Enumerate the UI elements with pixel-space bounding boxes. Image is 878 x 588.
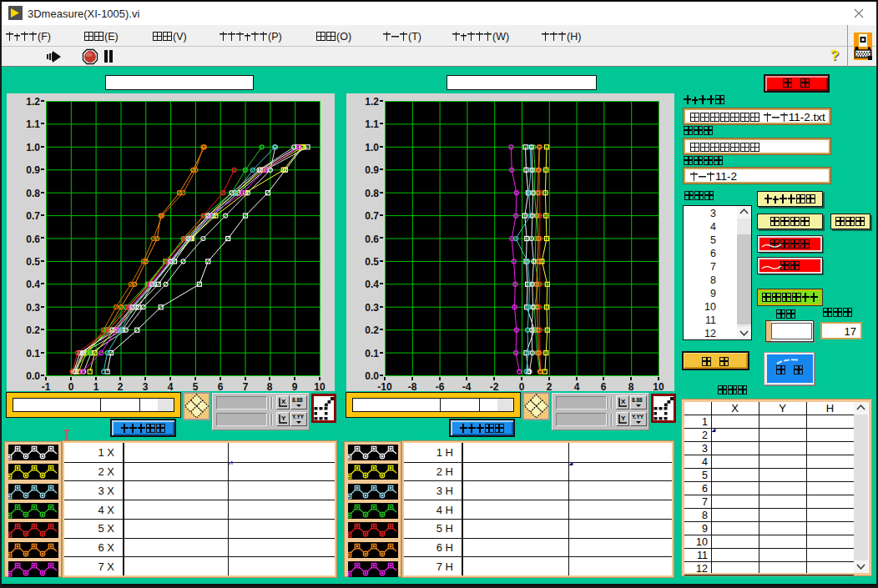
svg-text:Y: Y xyxy=(621,415,626,422)
svg-text:8.88: 8.88 xyxy=(632,397,643,403)
svg-text:X: X xyxy=(281,398,286,405)
svg-text:8.88: 8.88 xyxy=(292,397,303,403)
svg-text:Y.YY: Y.YY xyxy=(292,414,305,420)
svg-text:X: X xyxy=(621,398,626,405)
svg-text:Y: Y xyxy=(281,415,286,422)
svg-text:Y.YY: Y.YY xyxy=(632,414,644,420)
